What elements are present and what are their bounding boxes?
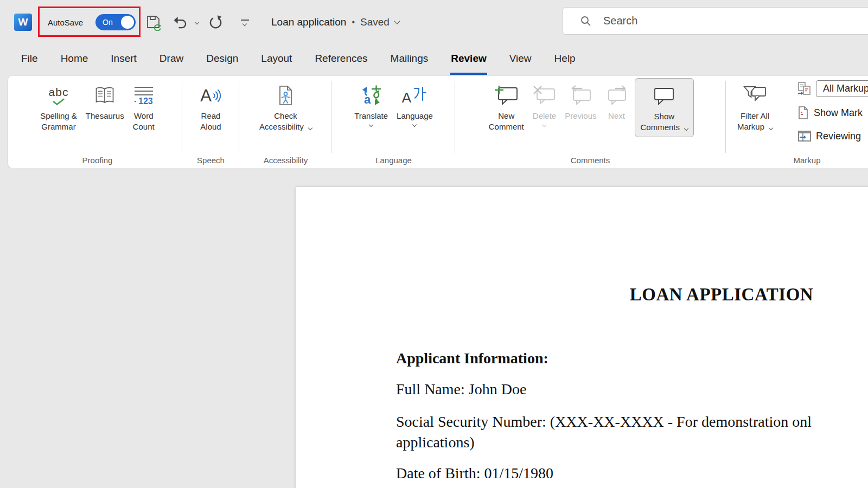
language-button[interactable]: A Language — [394, 79, 435, 127]
redo-icon — [207, 14, 224, 30]
tab-review[interactable]: Review — [450, 44, 487, 75]
check-accessibility-icon — [277, 80, 294, 111]
filter-all-markup-button[interactable]: Filter All Markup — [735, 79, 775, 134]
chevron-down-icon — [308, 126, 312, 130]
group-divider — [331, 81, 331, 153]
search-input[interactable] — [603, 15, 820, 27]
thesaurus-icon — [94, 80, 116, 111]
ribbon-group-comments: New Comment Delete — [456, 76, 724, 168]
show-comments-icon — [653, 81, 675, 111]
group-divider — [725, 81, 726, 153]
tab-help[interactable]: Help — [554, 44, 576, 75]
word-count-button[interactable]: 123 Word Count — [131, 79, 157, 134]
title-bar: W AutoSave On — [0, 0, 868, 44]
translate-button[interactable]: a Translate — [352, 79, 390, 127]
group-divider — [455, 81, 455, 153]
word-logo-letter: W — [18, 16, 28, 28]
document-page[interactable]: LOAN APPLICATION Applicant Information: … — [296, 187, 868, 488]
reviewing-pane-icon — [797, 130, 812, 142]
filter-markup-icon — [743, 80, 767, 111]
group-divider — [239, 81, 239, 153]
undo-dropdown-button[interactable] — [191, 12, 203, 33]
tab-design[interactable]: Design — [206, 44, 239, 75]
ribbon-group-markup: Filter All Markup — [730, 76, 868, 168]
tab-mailings[interactable]: Mailings — [390, 44, 429, 75]
tab-home[interactable]: Home — [60, 44, 89, 75]
toggle-knob — [121, 16, 134, 29]
group-label-language: Language — [333, 156, 455, 165]
spelling-grammar-button[interactable]: abc Spelling & Grammar — [38, 79, 79, 134]
tab-insert[interactable]: Insert — [110, 44, 137, 75]
chevron-down-icon — [769, 126, 773, 130]
save-status: Saved — [360, 16, 390, 28]
language-icon: A — [402, 80, 427, 111]
show-comments-button[interactable]: Show Comments — [635, 78, 694, 137]
autosave-label: AutoSave — [48, 18, 83, 27]
document-line-full-name: Full Name: John Doe — [396, 381, 526, 398]
document-title-control[interactable]: Loan application • Saved — [271, 0, 399, 44]
check-accessibility-button[interactable]: Check Accessibility — [257, 79, 314, 134]
read-aloud-button[interactable]: A Read Aloud — [198, 79, 224, 134]
document-heading: Applicant Information: — [396, 350, 548, 367]
group-label-speech: Speech — [183, 156, 239, 165]
save-button[interactable] — [143, 12, 164, 33]
document-line-ssn: Social Security Number: (XXX-XX-XXXX - F… — [396, 413, 812, 431]
ribbon-group-speech: A Read Aloud Speech — [183, 76, 239, 168]
svg-text:a: a — [364, 93, 371, 106]
delete-comment-button[interactable]: Delete — [531, 79, 558, 127]
group-label-comments: Comments — [456, 156, 724, 165]
tab-file[interactable]: File — [21, 44, 39, 75]
display-for-review-icon — [797, 81, 812, 97]
show-markup-icon — [797, 106, 809, 120]
undo-button[interactable] — [170, 12, 191, 33]
customize-quick-access-button[interactable] — [234, 12, 255, 33]
redo-button[interactable] — [205, 12, 226, 33]
customize-toolbar-icon — [241, 20, 249, 25]
search-box[interactable] — [563, 7, 868, 35]
translate-icon: a — [360, 80, 382, 111]
ribbon-tab-bar: File Home Insert Draw Design Layout Refe… — [0, 44, 868, 75]
delete-comment-icon — [533, 80, 556, 111]
ribbon-group-language: a Translate A — [333, 76, 455, 168]
previous-comment-icon — [569, 80, 592, 111]
chevron-down-icon — [684, 126, 688, 131]
document-title-text: LOAN APPLICATION — [296, 285, 868, 305]
reviewing-pane-label[interactable]: Reviewing — [816, 131, 861, 142]
review-ribbon: abc Spelling & Grammar — [8, 76, 868, 168]
next-comment-button[interactable]: Next — [603, 79, 630, 123]
autosave-toggle[interactable]: On — [95, 14, 136, 30]
search-icon — [579, 15, 592, 28]
show-markup-label[interactable]: Show Mark — [814, 107, 863, 119]
autosave-state-label: On — [103, 18, 113, 27]
document-canvas: LOAN APPLICATION Applicant Information: … — [0, 168, 868, 488]
undo-icon — [173, 14, 189, 30]
title-separator: • — [352, 17, 355, 27]
save-sync-icon — [145, 14, 162, 31]
chevron-down-icon — [394, 18, 400, 24]
word-count-icon: 123 — [135, 80, 153, 111]
thesaurus-button[interactable]: Thesaurus — [84, 79, 126, 123]
display-for-review-dropdown[interactable]: All Markup — [816, 80, 868, 97]
tab-layout[interactable]: Layout — [260, 44, 292, 75]
document-title: Loan application — [271, 16, 346, 28]
chevron-down-icon — [369, 123, 373, 127]
previous-comment-button[interactable]: Previous — [563, 79, 598, 123]
new-comment-icon — [494, 80, 518, 111]
group-divider — [182, 81, 182, 153]
tab-draw[interactable]: Draw — [159, 44, 184, 75]
group-label-markup: Markup — [778, 156, 835, 165]
tab-references[interactable]: References — [314, 44, 368, 75]
document-line-ssn-wrap: applications) — [396, 434, 475, 451]
next-comment-icon — [605, 80, 628, 111]
read-aloud-icon: A — [200, 80, 221, 111]
group-label-proofing: Proofing — [15, 156, 180, 165]
group-label-accessibility: Accessibility — [240, 156, 331, 165]
new-comment-button[interactable]: New Comment — [487, 79, 526, 134]
ribbon-group-accessibility: Check Accessibility Accessibility — [240, 76, 331, 168]
document-line-dob: Date of Birth: 01/15/1980 — [396, 465, 553, 482]
tab-view[interactable]: View — [509, 44, 532, 75]
chevron-down-icon — [195, 20, 199, 24]
word-app-icon: W — [14, 14, 32, 31]
chevron-down-icon — [542, 123, 546, 127]
chevron-down-icon — [412, 123, 417, 127]
